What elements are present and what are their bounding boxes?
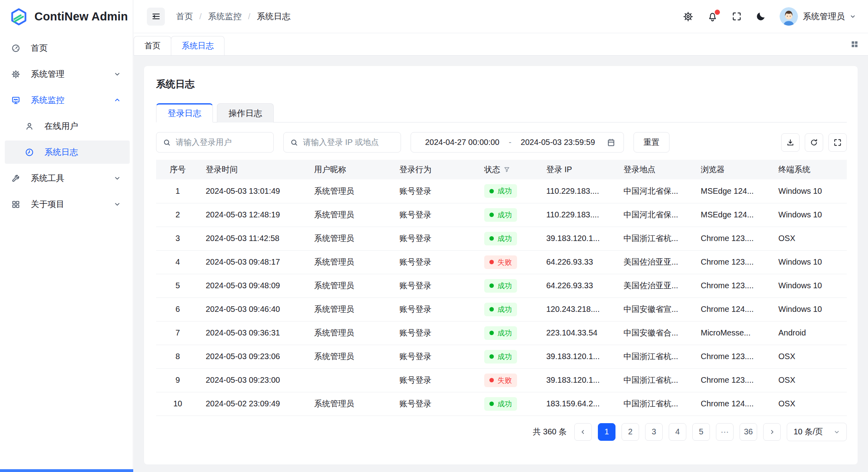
table-row: 32024-05-03 11:42:58系统管理员账号登录成功39.183.12… [156, 227, 847, 250]
page-button-4[interactable]: 4 [669, 423, 686, 441]
app-logo-icon [10, 8, 28, 26]
cell-status: 成功 [478, 274, 540, 297]
logo-row[interactable]: ContiNew Admin [0, 0, 133, 33]
tab-operation-logs[interactable]: 操作日志 [217, 103, 274, 123]
cell-behavior: 账号登录 [393, 179, 478, 203]
page-tab-label: 首页 [144, 40, 160, 51]
login-user-search[interactable] [156, 132, 274, 153]
cell-ip: 110.229.183.... [540, 203, 617, 227]
wrench-icon [11, 174, 20, 183]
cell-behavior: 账号登录 [393, 274, 478, 297]
page-ellipsis-button[interactable]: ⋯ [716, 423, 734, 441]
status-dot [489, 402, 494, 406]
sidebar-item-system-logs[interactable]: 系统日志 [5, 141, 130, 164]
cell-location: 中国河北省保... [617, 179, 694, 203]
page-size-select[interactable]: 10 条/页 [787, 423, 847, 441]
avatar [780, 7, 798, 26]
cell-location: 美国佐治亚亚... [617, 274, 694, 297]
main-area: 首页 / 系统监控 / 系统日志 [134, 0, 868, 472]
date-range-start[interactable]: 2024-04-27 00:00:00 [419, 138, 505, 147]
cell-ip: 39.183.120.1... [540, 368, 617, 392]
sidebar-scrollbar-thumb[interactable] [0, 469, 133, 472]
sidebar-item-system-tools[interactable]: 系统工具 [0, 167, 130, 190]
cell-index: 6 [156, 297, 199, 321]
table-fullscreen-button[interactable] [828, 133, 847, 152]
cell-os: Windows 10 [772, 274, 847, 297]
status-dot [489, 354, 494, 359]
col-header-time: 登录时间 [199, 160, 308, 179]
cell-behavior: 账号登录 [393, 297, 478, 321]
cell-index: 2 [156, 203, 199, 227]
cell-time: 2024-05-02 23:09:49 [199, 392, 308, 416]
sidebar-item-about[interactable]: 关于项目 [0, 193, 130, 216]
tab-login-logs[interactable]: 登录日志 [156, 103, 213, 123]
settings-button[interactable] [683, 11, 694, 22]
table-tools [781, 133, 847, 152]
col-header-browser: 浏览器 [694, 160, 772, 179]
page-button-2[interactable]: 2 [621, 423, 639, 441]
fullscreen-button[interactable] [732, 11, 742, 22]
date-range-end[interactable]: 2024-05-03 23:59:59 [515, 138, 601, 147]
login-ip-search[interactable] [283, 132, 401, 153]
page-tab-home[interactable]: 首页 [134, 36, 171, 55]
chevron-down-icon [114, 175, 121, 182]
sidebar-item-system-management[interactable]: 系统管理 [0, 62, 130, 86]
page-tab-system-logs[interactable]: 系统日志 [171, 36, 225, 55]
date-range-picker[interactable]: 2024-04-27 00:00:00 - 2024-05-03 23:59:5… [411, 132, 624, 153]
reset-button[interactable]: 重置 [633, 132, 670, 153]
page-button-3[interactable]: 3 [645, 423, 663, 441]
cell-browser: Chrome 123.... [694, 274, 772, 297]
cell-time: 2024-05-03 09:36:31 [199, 321, 308, 345]
login-ip-input[interactable] [303, 138, 409, 147]
pagination-next-button[interactable] [763, 423, 781, 441]
refresh-icon [810, 138, 818, 147]
cell-browser: Chrome 123.... [694, 250, 772, 274]
log-table-body: 12024-05-03 13:01:49系统管理员账号登录成功110.229.1… [156, 179, 847, 416]
status-dot [489, 331, 494, 335]
breadcrumb-system-monitor[interactable]: 系统监控 [208, 11, 242, 22]
notifications-button[interactable] [707, 11, 718, 22]
gear-icon [683, 11, 694, 22]
pagination-prev-button[interactable] [574, 423, 592, 441]
fullscreen-icon [732, 11, 742, 22]
page-button-36[interactable]: 36 [740, 423, 757, 441]
cell-location: 美国佐治亚亚... [617, 250, 694, 274]
refresh-button[interactable] [805, 133, 823, 152]
page-button-5[interactable]: 5 [692, 423, 710, 441]
sidebar-collapse-button[interactable] [147, 8, 165, 26]
sidebar-menu: 首页 系统管理 系统监控 在线用户 [0, 33, 133, 216]
sidebar-item-home[interactable]: 首页 [0, 36, 130, 60]
dark-mode-button[interactable] [756, 11, 766, 22]
cell-ip: 223.104.33.54 [540, 321, 617, 345]
filter-icon[interactable] [503, 166, 510, 173]
cell-behavior: 账号登录 [393, 321, 478, 345]
user-menu[interactable]: 系统管理员 [780, 7, 856, 26]
cell-location: 中国浙江省杭... [617, 368, 694, 392]
col-header-os: 终端系统 [772, 160, 847, 179]
login-user-input[interactable] [176, 138, 282, 147]
content-area: 系统日志 登录日志 操作日志 [134, 56, 868, 472]
cell-nickname: 系统管理员 [308, 203, 393, 227]
tab-actions-grid-icon[interactable] [850, 40, 859, 49]
search-icon [163, 139, 171, 147]
cell-index: 9 [156, 368, 199, 392]
cell-status: 成功 [478, 227, 540, 250]
login-log-table: 序号 登录时间 用户昵称 登录行为 状态 登录 IP [156, 160, 847, 416]
cell-location: 中国浙江省杭... [617, 345, 694, 368]
page-size-label: 10 条/页 [794, 426, 823, 437]
cell-status: 成功 [478, 297, 540, 321]
cell-ip: 120.243.218.... [540, 297, 617, 321]
sidebar-item-online-users[interactable]: 在线用户 [0, 114, 130, 138]
status-badge: 成功 [484, 232, 517, 245]
cell-behavior: 账号登录 [393, 345, 478, 368]
sidebar-item-system-monitor[interactable]: 系统监控 [0, 88, 130, 112]
moon-icon [756, 11, 766, 22]
cell-time: 2024-05-03 09:23:00 [199, 368, 308, 392]
user-icon [25, 122, 34, 131]
page-button-1[interactable]: 1 [598, 423, 615, 441]
cell-os: Windows 10 [772, 250, 847, 274]
sidebar-item-label: 系统管理 [31, 68, 64, 80]
pagination: 共 360 条 12345⋯36 10 条/页 [156, 423, 847, 441]
breadcrumb-home[interactable]: 首页 [176, 11, 193, 22]
export-button[interactable] [781, 133, 800, 152]
